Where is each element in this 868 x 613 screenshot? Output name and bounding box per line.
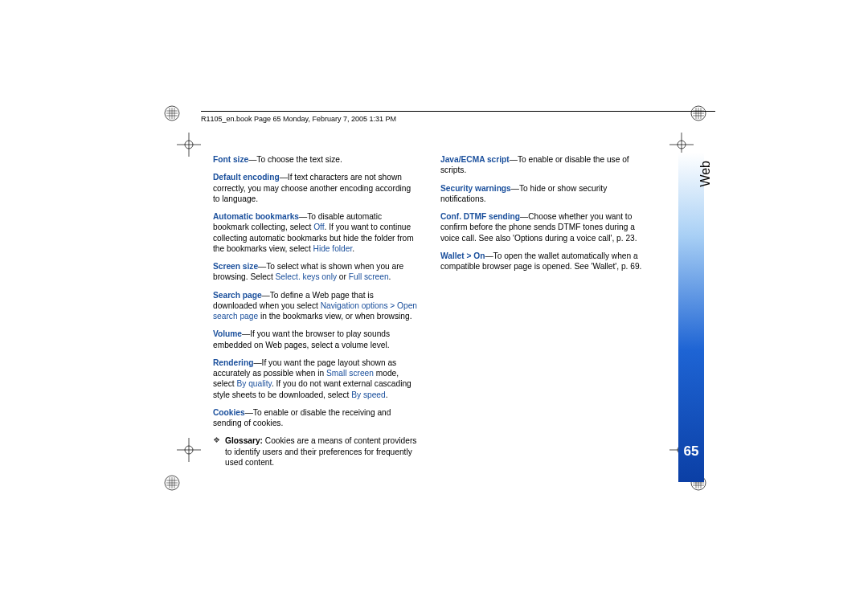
setting-default-encoding: Default encoding—If text characters are … [213, 172, 420, 204]
side-tab [678, 153, 704, 482]
setting-cookies: Cookies—To enable or disable the receivi… [213, 407, 420, 429]
option-off: Off [313, 223, 324, 231]
setting-keyword: Wallet > On [440, 251, 485, 260]
header-rule [201, 111, 715, 112]
option-full-screen: Full screen [349, 272, 389, 281]
setting-keyword: Search page [213, 291, 262, 300]
option-hide-folder: Hide folder [313, 244, 353, 253]
setting-rendering: Rendering—If you want the page layout sh… [213, 358, 420, 400]
setting-keyword: Java/ECMA script [440, 155, 510, 164]
setting-text: . [386, 390, 388, 399]
option-select-keys-only: Select. keys only [276, 272, 337, 281]
setting-keyword: Automatic bookmarks [213, 212, 299, 221]
setting-text: in the bookmarks view, or when browsing. [258, 312, 411, 321]
setting-keyword: Default encoding [213, 173, 280, 182]
crop-mark-icon [163, 104, 181, 122]
glossary-block: ❖ Glossary: Cookies are a means of conte… [213, 435, 420, 468]
option-by-quality: By quality [236, 379, 271, 388]
page-number: 65 [680, 443, 702, 460]
setting-security-warnings: Security warnings—To hide or show securi… [440, 183, 647, 205]
setting-keyword: Conf. DTMF sending [440, 212, 520, 221]
glossary-icon: ❖ [213, 436, 220, 444]
setting-auto-bookmarks: Automatic bookmarks—To disable automatic… [213, 211, 420, 254]
crop-mark-icon [163, 474, 181, 492]
setting-keyword: Volume [213, 329, 242, 338]
option-by-speed: By speed [351, 390, 385, 399]
left-column: Font size—To choose the text size. Defau… [213, 154, 420, 475]
setting-keyword: Font size [213, 155, 248, 164]
setting-wallet-on: Wallet > On—To open the wallet automatic… [440, 251, 647, 272]
header-text: R1105_en.book Page 65 Monday, February 7… [201, 115, 396, 123]
setting-text: —To choose the text size. [248, 155, 342, 164]
registration-mark-icon [177, 438, 201, 462]
setting-text: . [352, 244, 354, 253]
registration-mark-icon [177, 133, 201, 157]
setting-screen-size: Screen size—To select what is shown when… [213, 261, 420, 283]
option-small-screen: Small screen [326, 369, 374, 378]
setting-keyword: Cookies [213, 408, 245, 417]
setting-font-size: Font size—To choose the text size. [213, 154, 420, 165]
text-or: or [337, 272, 349, 281]
setting-text: . [389, 272, 391, 281]
glossary-label: Glossary: [225, 436, 263, 445]
setting-keyword: Screen size [213, 262, 258, 271]
setting-keyword: Rendering [213, 358, 253, 367]
setting-conf-dtmf: Conf. DTMF sending—Choose whether you wa… [440, 211, 647, 243]
crop-mark-icon [690, 104, 707, 122]
setting-volume: Volume—If you want the browser to play s… [213, 329, 420, 350]
setting-java-ecma: Java/ECMA script—To enable or disable th… [440, 154, 647, 176]
right-column: Java/ECMA script—To enable or disable th… [440, 154, 647, 475]
setting-search-page: Search page—To define a Web page that is… [213, 290, 420, 322]
setting-keyword: Security warnings [440, 184, 511, 193]
page-body: Font size—To choose the text size. Defau… [213, 154, 647, 475]
section-label: Web [698, 161, 713, 187]
